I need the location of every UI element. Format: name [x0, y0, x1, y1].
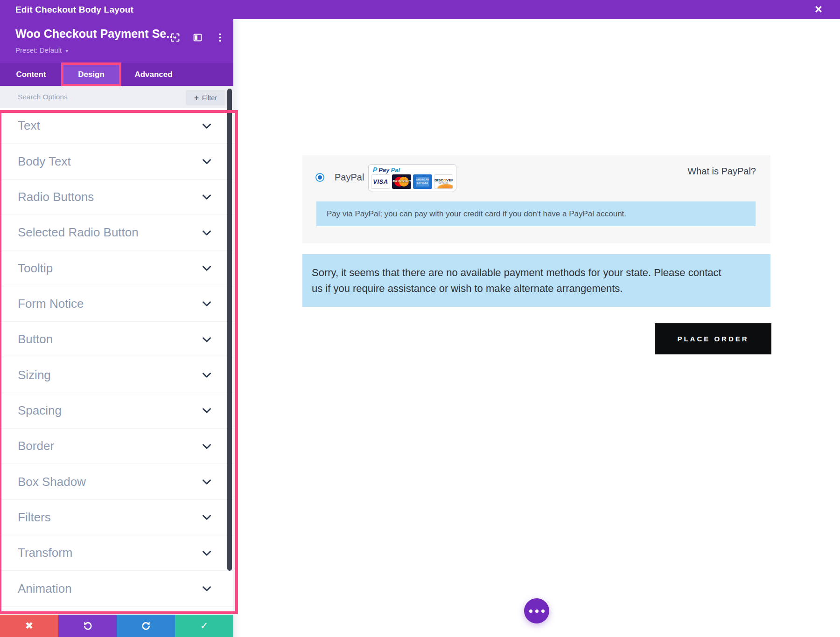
more-options-fab[interactable] [524, 598, 549, 623]
amex-card-icon: AMERICAN EXPRESS [413, 174, 432, 189]
undo-icon [82, 620, 93, 631]
section-label: Radio Buttons [18, 190, 94, 204]
settings-tabs: Content Design Advanced [0, 63, 233, 86]
section-body-text[interactable]: Body Text [0, 144, 233, 179]
visa-card-icon: VISA [371, 174, 390, 189]
chevron-down-icon [201, 155, 213, 167]
kebab-menu-icon[interactable] [215, 32, 225, 42]
search-input[interactable] [18, 86, 172, 108]
paypal-logo: PPayPal [373, 166, 400, 173]
caret-down-icon: ▾ [65, 48, 68, 54]
tab-content[interactable]: Content [0, 63, 62, 86]
tab-design[interactable]: Design [62, 63, 120, 86]
section-label: Border [18, 439, 54, 453]
focus-module-icon[interactable] [170, 32, 180, 42]
section-box-shadow[interactable]: Box Shadow [0, 464, 233, 499]
dot-icon [535, 609, 539, 613]
chevron-down-icon [201, 120, 213, 132]
chevron-down-icon [201, 191, 213, 203]
section-border[interactable]: Border [0, 429, 233, 464]
section-label: Button [18, 332, 53, 346]
panel-scrollbar[interactable] [227, 89, 232, 571]
paypal-p-icon: P [373, 166, 377, 173]
amex-label: AMERICAN EXPRESS [416, 177, 429, 187]
undo-button[interactable] [58, 615, 117, 637]
divider [405, 170, 452, 170]
what-is-paypal-link[interactable]: What is PayPal? [687, 166, 756, 177]
paypal-logo-pal: Pal [391, 166, 400, 173]
chevron-down-icon [201, 333, 213, 346]
section-selected-radio-button[interactable]: Selected Radio Button [0, 215, 233, 250]
module-settings-panel: Woo Checkout Payment Se... Preset: Defau… [0, 19, 233, 637]
chevron-down-icon [201, 227, 213, 239]
discover-label: DISCOVER [434, 178, 453, 182]
chevron-down-icon [201, 404, 213, 416]
chevron-down-icon [201, 582, 213, 595]
checkout-preview: PayPal What is PayPal? PPayPal VISA Mast… [233, 19, 840, 637]
section-sizing[interactable]: Sizing [0, 357, 233, 393]
section-label: Animation [18, 582, 72, 596]
modal-header: Edit Checkout Body Layout × [0, 0, 840, 19]
redo-icon [140, 620, 152, 631]
section-radio-buttons[interactable]: Radio Buttons [0, 180, 233, 215]
section-spacing[interactable]: Spacing [0, 393, 233, 429]
paypal-label: PayPal [335, 172, 364, 183]
preset-label: Preset: Default [15, 46, 62, 54]
paypal-description-notice: Pay via PayPal; you can pay with your cr… [316, 201, 756, 226]
module-header: Woo Checkout Payment Se... Preset: Defau… [0, 19, 233, 63]
panel-shadow [233, 19, 241, 637]
chevron-down-icon [201, 298, 213, 310]
section-button[interactable]: Button [0, 322, 233, 357]
section-tooltip[interactable]: Tooltip [0, 250, 233, 286]
section-label: Spacing [18, 403, 62, 418]
preset-selector[interactable]: Preset: Default ▾ [15, 46, 68, 54]
close-icon[interactable]: × [810, 0, 827, 19]
redo-button[interactable] [117, 615, 175, 637]
place-order-button[interactable]: PLACE ORDER [655, 323, 771, 354]
module-title: Woo Checkout Payment Se... [15, 27, 174, 41]
builder-screen: Edit Checkout Body Layout × PayPal What … [0, 0, 840, 637]
section-animation[interactable]: Animation [0, 571, 233, 606]
section-transform[interactable]: Transform [0, 535, 233, 571]
search-options-bar: + Filter [0, 86, 233, 108]
section-filters[interactable]: Filters [0, 500, 233, 535]
no-payment-methods-alert: Sorry, it seems that there are no availa… [302, 254, 770, 307]
section-label: Filters [18, 510, 51, 525]
close-x-icon: ✖ [25, 620, 34, 631]
check-icon: ✓ [200, 620, 209, 631]
section-label: Body Text [18, 154, 71, 169]
alert-text: Sorry, it seems that there are no availa… [312, 265, 732, 296]
section-label: Selected Radio Button [18, 225, 139, 240]
tab-advanced[interactable]: Advanced [120, 63, 187, 86]
dot-icon [541, 609, 545, 613]
paypal-cards-image: PPayPal VISA MasterCard AMERICAN EXPRESS… [368, 164, 456, 191]
paypal-description-text: Pay via PayPal; you can pay with your cr… [327, 209, 626, 219]
paypal-radio-selected[interactable] [315, 173, 324, 182]
paypal-logo-pay: Pay [378, 166, 389, 173]
section-label: Box Shadow [18, 475, 86, 489]
section-text[interactable]: Text [0, 108, 233, 144]
card-logos: VISA MasterCard AMERICAN EXPRESS DISCOVE… [371, 174, 453, 189]
split-view-icon[interactable] [192, 32, 203, 42]
modal-title: Edit Checkout Body Layout [15, 5, 133, 15]
chevron-down-icon [201, 511, 213, 523]
save-button[interactable]: ✓ [175, 615, 233, 637]
plus-icon: + [194, 93, 199, 103]
design-sections-list: Text Body Text Radio Buttons Selected Ra… [0, 108, 233, 634]
mastercard-label: MasterCard [392, 180, 411, 183]
chevron-down-icon [201, 476, 213, 488]
section-label: Text [18, 118, 40, 133]
discard-button[interactable]: ✖ [0, 615, 58, 637]
chevron-down-icon [201, 547, 213, 559]
visa-label: VISA [373, 178, 388, 185]
chevron-down-icon [201, 262, 213, 274]
section-label: Tooltip [18, 261, 53, 276]
section-label: Form Notice [18, 297, 84, 311]
panel-footer: ✖ ✓ [0, 615, 233, 637]
chevron-down-icon [201, 369, 213, 381]
payment-method-section: PayPal What is PayPal? PPayPal VISA Mast… [302, 155, 770, 243]
mastercard-card-icon: MasterCard [392, 174, 411, 189]
dot-icon [529, 609, 532, 613]
section-form-notice[interactable]: Form Notice [0, 286, 233, 322]
filter-button[interactable]: + Filter [186, 90, 225, 105]
